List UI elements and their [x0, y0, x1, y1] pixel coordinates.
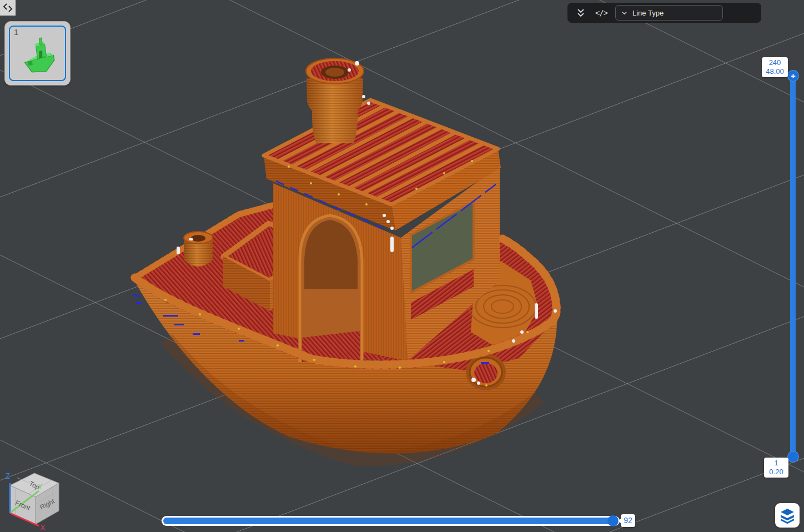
line-type-label: Line Type [632, 9, 664, 17]
plate-number: 1 [14, 27, 18, 37]
layer-slider-bottom-handle[interactable] [787, 451, 799, 463]
bottom-layer-value: 1 [764, 459, 788, 468]
layers-view-button[interactable] [775, 503, 800, 528]
layer-slider-track[interactable] [790, 76, 796, 459]
preview-toolbar: </> Line Type [567, 3, 761, 23]
plate-thumbnail[interactable]: 1 [4, 21, 71, 86]
layer-slider-top-handle[interactable]: + [787, 70, 799, 82]
x-axis-label: X [40, 523, 46, 532]
layer-slider-top-tooltip: 240 48.00 [762, 57, 788, 77]
move-slider-fill [163, 518, 618, 524]
top-height-value: 48.00 [762, 67, 788, 76]
chevrons-left-right-icon [1, 1, 14, 14]
plus-icon: + [791, 72, 796, 80]
bottom-height-value: 0.20 [764, 468, 788, 476]
collapse-legend-button[interactable] [574, 6, 587, 19]
gcode-viewer-button[interactable]: </> [595, 6, 608, 19]
nav-cube[interactable]: Z X Y Top Front Right [0, 466, 78, 532]
double-chevron-down-icon [575, 7, 586, 18]
gcode-icon: </> [595, 8, 607, 17]
move-slider-value: 92 [624, 516, 632, 525]
chevron-down-icon [621, 10, 627, 16]
line-type-dropdown[interactable]: Line Type [615, 5, 723, 21]
top-layer-value: 240 [762, 58, 788, 67]
move-slider-tooltip: 92 [621, 514, 635, 527]
plate-benchy-icon [18, 36, 58, 76]
layers-stack-icon [778, 506, 797, 525]
layer-slider-bottom-tooltip: 1 0.20 [764, 458, 788, 478]
viewport-3d[interactable] [0, 0, 804, 532]
move-slider-track[interactable] [162, 516, 620, 526]
z-axis-label: Z [6, 471, 11, 480]
move-slider-handle[interactable] [607, 515, 619, 526]
chimney [306, 58, 365, 143]
panel-toggle-button[interactable] [0, 0, 16, 16]
app-window: 1 </> Line Type 240 [0, 0, 804, 532]
benchy-model[interactable] [132, 58, 557, 459]
stern-porthole [466, 354, 506, 390]
